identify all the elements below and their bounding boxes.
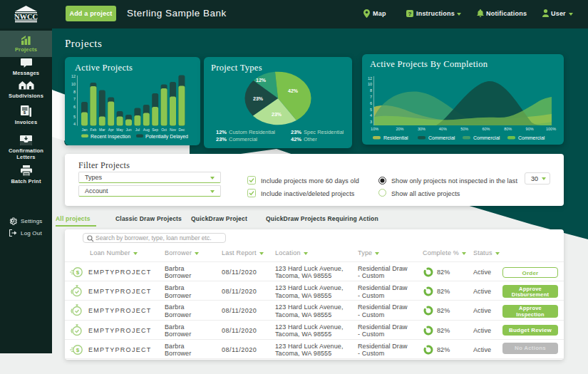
svg-text:23%: 23% [291,129,301,135]
svg-text:May: May [116,128,123,132]
svg-text:Commercial: Commercial [518,135,545,140]
svg-text:8: 8 [370,88,372,93]
svg-text:23%: 23% [216,136,227,142]
svg-text:7: 7 [73,97,76,101]
svg-text:4: 4 [73,122,76,126]
svg-text:5: 5 [370,108,372,112]
svg-text:Commercial: Commercial [229,136,257,142]
svg-text:12: 12 [368,76,372,80]
svg-text:Feb: Feb [91,128,97,132]
svg-text:Custom Residential: Custom Residential [229,129,275,135]
svg-text:$: $ [76,269,80,276]
svg-text:Dec: Dec [178,128,185,132]
svg-text:Other: Other [304,136,317,142]
svg-text:42%: 42% [288,88,299,93]
svg-text:7: 7 [370,95,372,99]
svg-text:40%: 40% [439,127,447,131]
svg-text:50%: 50% [460,127,468,131]
svg-text:Residential: Residential [383,135,408,140]
svg-text:8: 8 [73,90,76,94]
svg-text:Mar: Mar [99,128,105,132]
svg-text:100%: 100% [546,127,556,131]
svg-text:10: 10 [71,82,76,86]
svg-text:10: 10 [368,82,372,86]
svg-text:60%: 60% [482,127,490,131]
svg-text:90%: 90% [526,127,534,131]
svg-text:5: 5 [73,115,76,119]
svg-text:4: 4 [370,113,372,118]
svg-text:80%: 80% [504,127,512,131]
svg-text:20%: 20% [396,127,403,131]
svg-text:12: 12 [71,74,76,78]
svg-text:Commercial: Commercial [473,135,500,140]
svg-text:Jun: Jun [125,128,131,132]
svg-text:Recent Inspection: Recent Inspection [91,134,130,140]
svg-text:Oct: Oct [161,128,167,132]
svg-text:NWCC: NWCC [14,13,38,21]
svg-text:Nov: Nov [170,128,176,132]
svg-text:Jan: Jan [81,128,87,132]
svg-text:6: 6 [370,101,372,105]
svg-text:23%: 23% [253,96,264,101]
svg-text:12%: 12% [256,78,267,83]
svg-text:12%: 12% [216,129,227,135]
svg-text:$: $ [76,347,80,353]
svg-text:Sep: Sep [152,128,158,132]
svg-text:3: 3 [370,120,372,124]
svg-text:42%: 42% [291,136,301,142]
svg-text:Spec Residential: Spec Residential [304,129,344,135]
svg-text:Apr: Apr [108,128,114,132]
svg-text:$: $ [24,110,26,115]
svg-text:6: 6 [73,105,76,109]
svg-text:?: ? [408,11,411,17]
svg-text:30%: 30% [418,127,425,131]
svg-text:Potentially Delayed: Potentially Delayed [145,134,188,140]
svg-text:23%: 23% [272,112,282,117]
svg-text:Jul: Jul [135,128,140,132]
svg-text:10%: 10% [371,127,378,131]
svg-text:Commercial: Commercial [428,135,455,140]
svg-text:Aug: Aug [143,128,150,132]
